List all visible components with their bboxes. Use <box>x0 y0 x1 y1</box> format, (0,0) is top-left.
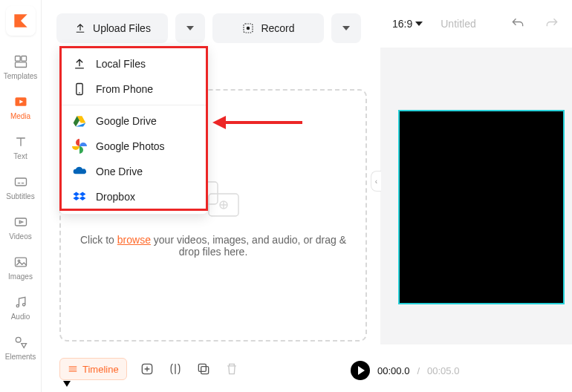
chevron-down-icon <box>342 26 350 30</box>
time-total: 00:05.0 <box>427 365 459 376</box>
onedrive-icon <box>72 164 87 179</box>
videos-icon <box>13 214 29 230</box>
sidebar-label: Audio <box>11 313 30 321</box>
sidebar-label: Elements <box>5 353 36 361</box>
phone-icon <box>72 82 87 97</box>
timeline-toggle[interactable]: Timeline <box>59 358 127 380</box>
aspect-ratio-selector[interactable]: 16:9 <box>392 18 423 30</box>
svg-rect-5 <box>15 218 26 226</box>
elements-icon <box>13 334 29 350</box>
sidebar-label: Text <box>13 152 27 160</box>
preview-canvas[interactable] <box>400 111 563 303</box>
svg-rect-0 <box>15 56 20 62</box>
upload-label: Upload Files <box>93 22 151 34</box>
svg-point-17 <box>79 92 80 94</box>
upload-files-button[interactable]: Upload Files <box>56 13 168 43</box>
sidebar-item-media[interactable]: Media <box>3 88 39 128</box>
sidebar: Templates Media Text Subtitles Videos Im… <box>0 0 42 392</box>
play-button[interactable] <box>351 361 370 380</box>
sidebar-label: Videos <box>9 232 31 241</box>
dropbox-icon <box>72 189 87 204</box>
split-clip-button[interactable] <box>167 361 183 377</box>
time-current: 00:00.0 <box>377 365 409 376</box>
chevron-down-icon <box>415 22 423 26</box>
upload-dropdown: Local Files From Phone Google Drive Goog… <box>59 46 208 215</box>
upload-files-caret[interactable] <box>175 13 205 43</box>
svg-rect-2 <box>15 62 26 68</box>
svg-rect-1 <box>21 56 26 62</box>
svg-point-12 <box>247 27 250 30</box>
sidebar-item-images[interactable]: Images <box>3 248 39 288</box>
text-icon <box>13 134 29 150</box>
timeline-playhead[interactable] <box>63 381 71 388</box>
menu-item-google-photos[interactable]: Google Photos <box>60 134 207 159</box>
sidebar-item-templates[interactable]: Templates <box>3 48 39 88</box>
menu-item-from-phone[interactable]: From Phone <box>60 76 207 102</box>
sidebar-label: Templates <box>4 72 38 80</box>
record-label: Record <box>261 22 294 34</box>
sidebar-label: Media <box>10 112 30 120</box>
google-photos-icon <box>72 139 87 154</box>
timeline-icon <box>68 364 78 374</box>
preview-panel <box>380 48 572 344</box>
media-icon <box>13 94 29 110</box>
svg-rect-23 <box>201 367 208 374</box>
svg-rect-22 <box>198 364 206 371</box>
browse-link[interactable]: browse <box>117 234 151 246</box>
sidebar-item-subtitles[interactable]: Subtitles <box>3 168 39 208</box>
timeline-bar: Timeline <box>59 358 240 380</box>
svg-point-10 <box>16 337 21 342</box>
templates-icon <box>13 53 29 70</box>
app-logo <box>6 6 36 36</box>
upload-icon <box>74 22 87 35</box>
menu-item-local-files[interactable]: Local Files <box>60 51 207 76</box>
header-right: 16:9 Untitled <box>380 0 572 48</box>
subtitles-icon <box>13 174 29 190</box>
record-icon <box>241 22 255 35</box>
google-drive-icon <box>72 114 87 128</box>
duplicate-clip-button[interactable] <box>195 361 212 377</box>
images-icon <box>13 254 29 270</box>
svg-point-9 <box>22 304 25 306</box>
menu-item-dropbox[interactable]: Dropbox <box>60 184 207 209</box>
menu-item-google-drive[interactable]: Google Drive <box>60 108 207 134</box>
upload-local-icon <box>72 56 87 71</box>
sidebar-item-elements[interactable]: Elements <box>3 328 39 368</box>
sidebar-item-audio[interactable]: Audio <box>3 288 39 328</box>
sidebar-item-videos[interactable]: Videos <box>3 208 39 248</box>
delete-clip-button[interactable] <box>224 361 240 377</box>
dropzone-text: Click to browse your videos, images, and… <box>76 234 351 258</box>
audio-icon <box>13 294 29 310</box>
menu-item-onedrive[interactable]: One Drive <box>60 159 207 184</box>
toolbar: Upload Files Record <box>56 13 361 43</box>
project-title[interactable]: Untitled <box>441 18 492 30</box>
undo-button[interactable] <box>510 16 526 32</box>
playback-bar: 00:00.0 / 00:05.0 <box>351 361 459 380</box>
panel-expand-handle[interactable]: ‹ <box>371 171 381 192</box>
menu-separator <box>60 105 207 105</box>
redo-button[interactable] <box>544 16 560 32</box>
record-caret[interactable] <box>331 13 361 43</box>
svg-rect-4 <box>15 178 26 186</box>
svg-point-8 <box>16 304 19 307</box>
sidebar-label: Images <box>8 272 33 281</box>
chevron-down-icon <box>186 26 194 30</box>
sidebar-label: Subtitles <box>6 192 34 200</box>
add-clip-button[interactable] <box>139 361 155 377</box>
sidebar-item-text[interactable]: Text <box>3 128 39 168</box>
record-button[interactable]: Record <box>212 13 324 43</box>
